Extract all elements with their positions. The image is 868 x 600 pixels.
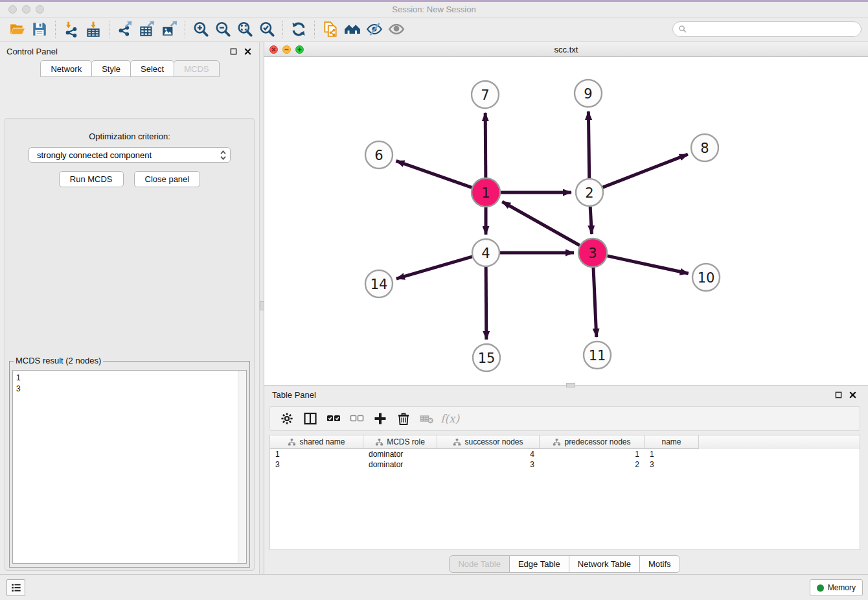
edge-3-10[interactable] <box>607 256 688 273</box>
node-8[interactable]: 8 <box>691 134 718 161</box>
table-cell[interactable]: 1 <box>270 449 363 459</box>
horizontal-splitter-grip[interactable] <box>566 383 575 387</box>
search-input[interactable] <box>691 25 856 34</box>
float-table-panel-icon[interactable] <box>833 389 843 400</box>
node-3[interactable]: 3 <box>578 238 607 267</box>
node-4[interactable]: 4 <box>472 239 499 266</box>
close-table-panel-icon[interactable] <box>847 389 858 400</box>
column-header-MCDS-role[interactable]: MCDS role <box>363 435 437 449</box>
node-14[interactable]: 14 <box>365 270 393 297</box>
import-network-button[interactable] <box>60 19 82 39</box>
import-table-button[interactable] <box>82 19 104 39</box>
clone-network-icon <box>322 21 339 38</box>
edge-4-15[interactable] <box>486 267 486 340</box>
float-panel-icon[interactable] <box>228 46 238 56</box>
column-header-label: successor nodes <box>464 437 523 446</box>
show-graphics-details-button[interactable] <box>385 19 407 39</box>
deselect-all-rows-button[interactable] <box>345 409 369 428</box>
edge-4-14[interactable] <box>396 257 472 279</box>
edge-2-3[interactable] <box>590 207 591 234</box>
export-image-button[interactable] <box>158 19 180 39</box>
network-window-titlebar[interactable]: scc.txt <box>264 42 868 57</box>
table-row[interactable]: 3dominator323 <box>270 459 860 470</box>
column-header-shared-name[interactable]: shared name <box>270 435 363 449</box>
control-panel: Control Panel NetworkStyleSelectMCDS Opt… <box>0 42 259 574</box>
zoom-fit-button[interactable] <box>234 19 256 39</box>
edge-3-11[interactable] <box>593 268 597 337</box>
select-all-rows-button[interactable] <box>322 409 345 428</box>
tab-style[interactable]: Style <box>91 60 131 77</box>
tab-motifs[interactable]: Motifs <box>639 555 680 573</box>
settings-button[interactable] <box>275 409 299 428</box>
delete-table-button[interactable] <box>415 409 439 428</box>
table-cell[interactable]: 2 <box>540 459 645 470</box>
zoom-out-button[interactable] <box>212 19 234 39</box>
export-network-button[interactable] <box>114 19 136 39</box>
delete-row-button[interactable] <box>392 409 415 428</box>
mcds-result-textarea[interactable]: 13 <box>12 370 247 564</box>
close-panel-button[interactable]: Close panel <box>134 171 201 187</box>
function-builder-button[interactable]: f(x) <box>439 409 462 428</box>
search-box[interactable] <box>672 21 862 37</box>
node-label: 14 <box>371 277 388 292</box>
node-9[interactable]: 9 <box>575 80 602 107</box>
save-session-button[interactable] <box>29 19 51 39</box>
zoom-in-icon <box>192 21 209 38</box>
list-icon <box>10 581 23 594</box>
splitter-grip[interactable] <box>260 301 264 310</box>
hierarchy-icon <box>288 438 296 446</box>
memory-button[interactable]: Memory <box>810 579 863 596</box>
zoom-in-button[interactable] <box>190 19 212 39</box>
node-7[interactable]: 7 <box>472 81 499 108</box>
node-15[interactable]: 15 <box>473 344 500 371</box>
column-header-predecessor-nodes[interactable]: predecessor nodes <box>540 435 645 449</box>
edge-1-6[interactable] <box>396 161 472 187</box>
vertical-splitter[interactable] <box>259 42 264 574</box>
node-11[interactable]: 11 <box>584 341 611 369</box>
columns-button[interactable] <box>299 409 322 428</box>
run-mcds-button[interactable]: Run MCDS <box>59 171 124 187</box>
refresh-network-button[interactable] <box>288 19 310 39</box>
tab-edge-table[interactable]: Edge Table <box>509 555 569 573</box>
node-10[interactable]: 10 <box>692 264 720 291</box>
table-cell[interactable]: 3 <box>270 459 363 470</box>
node-6[interactable]: 6 <box>365 141 393 168</box>
table-cell[interactable]: 1 <box>540 449 645 459</box>
edge-2-8[interactable] <box>603 154 688 187</box>
table-cell[interactable]: dominator <box>363 449 437 459</box>
deselect-all-rows-icon <box>349 411 365 426</box>
table-cell[interactable]: dominator <box>363 459 437 470</box>
zoom-selected-button[interactable] <box>256 19 278 39</box>
tab-select[interactable]: Select <box>130 60 174 77</box>
column-header-name[interactable]: name <box>645 435 699 449</box>
node-2[interactable]: 2 <box>576 179 603 206</box>
tab-network-table[interactable]: Network Table <box>569 555 640 573</box>
close-panel-icon[interactable] <box>242 46 253 56</box>
column-header-label: shared name <box>299 437 345 446</box>
edge-1-7[interactable] <box>485 113 486 178</box>
add-row-button[interactable] <box>369 409 392 428</box>
task-history-button[interactable] <box>6 579 25 596</box>
export-table-button[interactable] <box>136 19 158 39</box>
edge-2-9[interactable] <box>588 111 589 178</box>
result-scrollbar[interactable] <box>238 371 246 563</box>
node-1[interactable]: 1 <box>472 178 500 207</box>
criterion-select[interactable]: strongly connected component <box>29 147 231 163</box>
tab-mcds[interactable]: MCDS <box>174 60 219 77</box>
edge-3-1[interactable] <box>502 202 580 245</box>
table-cell[interactable]: 3 <box>437 459 540 470</box>
result-line: 3 <box>16 384 234 395</box>
table-cell[interactable]: 4 <box>437 449 540 459</box>
table-row[interactable]: 1dominator411 <box>270 449 860 459</box>
column-header-successor-nodes[interactable]: successor nodes <box>437 435 540 449</box>
table-cell[interactable]: 1 <box>645 449 699 459</box>
home-button[interactable] <box>341 19 363 39</box>
open-session-button[interactable] <box>6 19 29 39</box>
window-title: Session: New Session <box>0 5 868 14</box>
network-canvas[interactable]: 7968124314101511 <box>264 57 868 385</box>
table-cell[interactable]: 3 <box>645 459 699 470</box>
tab-node-table[interactable]: Node Table <box>449 555 510 573</box>
tab-network[interactable]: Network <box>40 60 92 77</box>
clone-network-button[interactable] <box>319 19 341 39</box>
hide-graphics-details-button[interactable] <box>363 19 385 39</box>
